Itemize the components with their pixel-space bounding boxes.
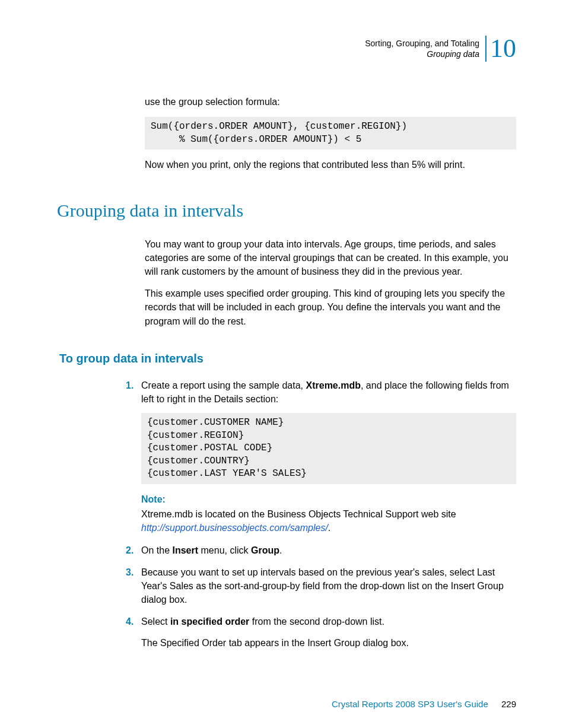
step-number: 3. [126,565,141,607]
step-2-text: On the Insert menu, click Group. [141,543,516,557]
text: On the [141,545,172,555]
text: Select [141,616,170,627]
chapter-number: 10 [485,36,516,62]
note-text: Xtreme.mdb is located on the Business Ob… [141,507,516,535]
intro-after: Now when you print, only the regions tha… [145,158,516,171]
step-4-text: Select in specified order from the secon… [141,615,516,628]
step-body: On the Insert menu, click Group. [141,543,516,557]
insert-bold: Insert [172,545,198,555]
code-block-formula: Sum({orders.ORDER AMOUNT}, {customer.REG… [145,117,516,150]
support-link[interactable]: http://support.businessobjects.com/sampl… [141,523,328,533]
step-4: 4. Select in specified order from the se… [126,615,516,649]
step-number: 1. [126,379,141,535]
section-heading: Grouping data in intervals [57,201,516,221]
text: Xtreme.mdb is located on the Business Ob… [141,509,456,519]
step-number: 2. [126,543,141,557]
step-1: 1. Create a report using the sample data… [126,379,516,535]
footer-guide: Crystal Reports 2008 SP3 User's Guide [332,699,488,709]
intro-lead: use the group selection formula: [145,95,516,109]
text: from the second drop-down list. [249,616,384,627]
text: . [328,523,330,533]
section-p1: You may want to group your data into int… [145,237,516,279]
page-footer: Crystal Reports 2008 SP3 User's Guide 22… [332,699,516,709]
group-bold: Group [251,545,279,555]
subsection-heading: To group data in intervals [59,352,516,365]
step-body: Select in specified order from the secon… [141,615,516,649]
note-label: Note: [141,492,516,506]
step-1-text: Create a report using the sample data, X… [141,379,516,406]
intro-block: use the group selection formula: Sum({or… [145,95,516,172]
step-3-text: Because you want to set up intervals bas… [141,565,516,607]
specified-order-bold: in specified order [170,616,249,627]
text: menu, click [198,545,251,555]
step-3: 3. Because you want to set up intervals … [126,565,516,607]
text: . [279,545,282,555]
section-p2: This example uses specified order groupi… [145,287,516,328]
code-block-fields: {customer.CUSTOMER NAME} {customer.REGIO… [141,413,516,484]
header-text: Sorting, Grouping, and Totaling Grouping… [365,38,479,59]
footer-page-number: 229 [501,699,516,709]
section-name: Grouping data [365,49,479,59]
step-number: 4. [126,615,141,649]
chapter-title: Sorting, Grouping, and Totaling [365,38,479,49]
page: Sorting, Grouping, and Totaling Grouping… [0,0,566,728]
step-4-followup: The Specified Order tab appears in the I… [141,636,516,650]
step-2: 2. On the Insert menu, click Group. [126,543,516,557]
step-body: Because you want to set up intervals bas… [141,565,516,607]
step-body: Create a report using the sample data, X… [141,379,516,535]
xtreme-bold: Xtreme.mdb [306,380,361,390]
text: Create a report using the sample data, [141,380,306,390]
page-header: Sorting, Grouping, and Totaling Grouping… [57,36,516,62]
section-body: You may want to group your data into int… [145,237,516,328]
steps-list: 1. Create a report using the sample data… [126,379,516,650]
